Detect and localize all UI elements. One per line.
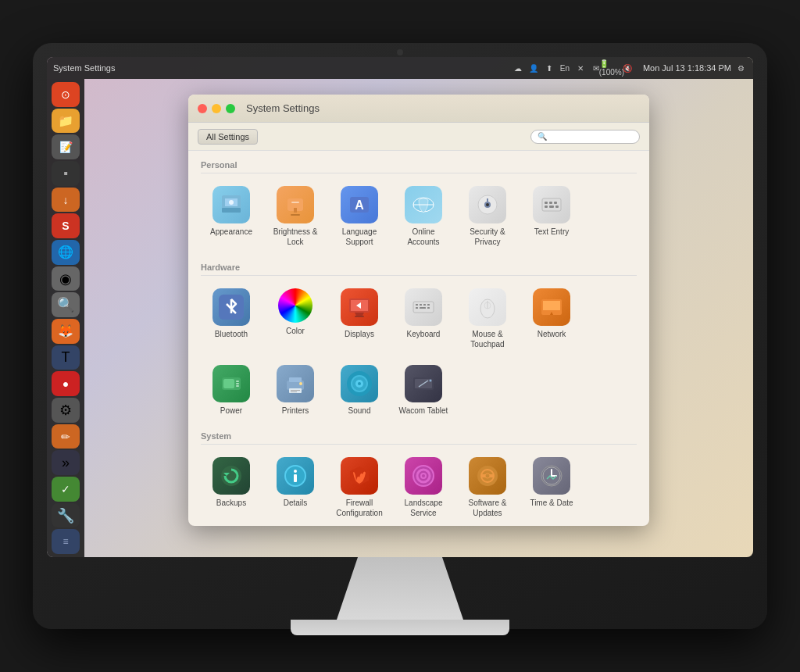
dock-item-arrow[interactable]: ↓	[52, 188, 80, 213]
window-maximize-button[interactable]	[226, 104, 235, 113]
brightness-icon	[277, 186, 314, 223]
search-icon: 🔍	[538, 132, 547, 141]
setting-network[interactable]: Network	[521, 282, 582, 356]
security-icon	[469, 186, 506, 223]
volume-icon[interactable]: 🔇	[621, 62, 634, 74]
power-label: Power	[220, 406, 242, 416]
setting-language[interactable]: A LanguageSupport	[329, 180, 390, 253]
details-label: Details	[284, 498, 308, 508]
window-close-button[interactable]	[198, 104, 207, 113]
dock-item-files[interactable]: 📁	[52, 109, 80, 134]
window-toolbar: All Settings 🔍	[188, 123, 649, 151]
textentry-icon	[533, 186, 570, 223]
svg-marker-26	[355, 313, 364, 316]
setting-online[interactable]: OnlineAccounts	[393, 180, 454, 253]
dock-item-check[interactable]: ✓	[52, 477, 80, 502]
settings-icon[interactable]: ⚙	[734, 62, 747, 74]
setting-security[interactable]: Security &Privacy	[457, 180, 518, 253]
dock-item-circle[interactable]: ◉	[52, 266, 80, 291]
appearance-label: Appearance	[210, 227, 252, 237]
svg-rect-18	[549, 202, 552, 204]
svg-rect-5	[291, 214, 300, 216]
dock-item-bar[interactable]: ≡	[52, 529, 80, 554]
dock-item-search[interactable]: 🔍	[52, 292, 80, 317]
dock-item-tool[interactable]: 🔧	[52, 503, 80, 528]
svg-rect-45	[236, 381, 239, 382]
dock-item-ubuntu[interactable]: ⊙	[52, 82, 80, 107]
setting-textentry[interactable]: Text Entry	[521, 180, 582, 253]
color-icon	[278, 288, 312, 323]
setting-firewall[interactable]: FirewallConfiguration	[329, 451, 390, 524]
online-icon	[405, 186, 442, 223]
svg-rect-22	[555, 206, 559, 208]
monitor-screen: System Settings ☁ 👤 ⬆ En ✕ ✉ 🔋(100%) 🔇 M…	[47, 57, 753, 557]
window-minimize-button[interactable]	[212, 104, 221, 113]
printers-icon	[277, 365, 314, 402]
svg-point-14	[486, 203, 489, 206]
setting-keyboard[interactable]: Keyboard	[393, 282, 454, 356]
setting-appearance[interactable]: Appearance	[201, 180, 262, 253]
printers-label: Printers	[282, 406, 309, 416]
taskbar-time: Mon Jul 13 1:18:34 PM	[643, 63, 731, 73]
dock-item-firefox[interactable]: 🦊	[52, 319, 80, 344]
setting-printers[interactable]: Printers	[265, 359, 326, 422]
search-box[interactable]: 🔍	[530, 130, 640, 144]
settings-window: System Settings All Settings 🔍 Persona	[188, 95, 649, 526]
setting-power[interactable]: Power	[201, 359, 262, 422]
setting-color[interactable]: Color	[265, 282, 326, 356]
setting-sound[interactable]: Sound	[329, 359, 390, 422]
wacom-label: Wacom Tablet	[399, 406, 448, 416]
taskbar-icons: ☁ 👤 ⬆ En ✕ ✉ 🔋(100%) 🔇 Mon Jul 13 1:18:3…	[512, 62, 747, 74]
backups-icon	[212, 457, 250, 495]
wacom-icon	[405, 365, 442, 402]
dock-item-red[interactable]: ●	[52, 371, 80, 396]
dock-item-browser[interactable]: 🌐	[52, 240, 80, 265]
svg-rect-16	[542, 198, 561, 211]
sound-icon	[341, 365, 378, 402]
security-label: Security &Privacy	[470, 227, 505, 247]
svg-rect-21	[549, 206, 554, 208]
search-input[interactable]	[550, 132, 633, 141]
svg-point-3	[229, 200, 234, 205]
setting-software[interactable]: Software &Updates	[457, 451, 518, 524]
setting-brightness[interactable]: Brightness &Lock	[265, 180, 326, 253]
svg-rect-31	[420, 304, 422, 306]
setting-backups[interactable]: Backups	[201, 451, 262, 524]
mouse-icon	[469, 288, 506, 326]
all-settings-button[interactable]: All Settings	[198, 129, 258, 145]
x-icon[interactable]: ✕	[574, 62, 587, 74]
dock-item-s[interactable]: S	[52, 213, 80, 238]
dock-item-chat[interactable]: »	[52, 450, 80, 475]
setting-bluetooth[interactable]: Bluetooth	[201, 282, 262, 356]
svg-rect-36	[427, 307, 430, 309]
dock-item-pen[interactable]: ✏	[52, 424, 80, 449]
mouse-label: Mouse &Touchpad	[470, 329, 504, 349]
setting-displays[interactable]: Displays	[329, 282, 390, 356]
keyboard-layout-icon[interactable]: En	[559, 62, 571, 74]
dock-item-dash[interactable]: ▪	[52, 161, 80, 186]
dropbox-icon[interactable]: ☁	[512, 62, 524, 74]
dock-item-gear[interactable]: ⚙	[52, 398, 80, 423]
svg-rect-30	[416, 304, 418, 306]
setting-timedate[interactable]: Time & Date	[521, 451, 582, 524]
svg-rect-47	[236, 385, 239, 387]
setting-wacom[interactable]: Wacom Tablet	[393, 359, 454, 422]
brightness-label: Brightness &Lock	[273, 227, 318, 247]
dock-item-text[interactable]: 📝	[52, 134, 80, 159]
firewall-icon	[341, 457, 378, 495]
upload-icon[interactable]: ⬆	[543, 62, 555, 74]
window-title: System Settings	[246, 102, 320, 114]
svg-rect-1	[222, 208, 241, 213]
svg-point-74	[485, 474, 490, 478]
setting-details[interactable]: Details	[265, 451, 326, 524]
user-icon[interactable]: 👤	[527, 62, 540, 74]
bluetooth-icon	[212, 288, 250, 326]
battery-icon: 🔋(100%)	[605, 62, 618, 74]
monitor-stand	[330, 557, 470, 620]
monitor-outer: System Settings ☁ 👤 ⬆ En ✕ ✉ 🔋(100%) 🔇 M…	[33, 43, 767, 629]
setting-landscape[interactable]: LandscapeService	[393, 451, 454, 524]
software-label: Software &Updates	[469, 498, 507, 518]
keyboard-label: Keyboard	[407, 329, 441, 339]
dock-item-t[interactable]: T	[52, 345, 80, 370]
setting-mouse[interactable]: Mouse &Touchpad	[457, 282, 518, 356]
